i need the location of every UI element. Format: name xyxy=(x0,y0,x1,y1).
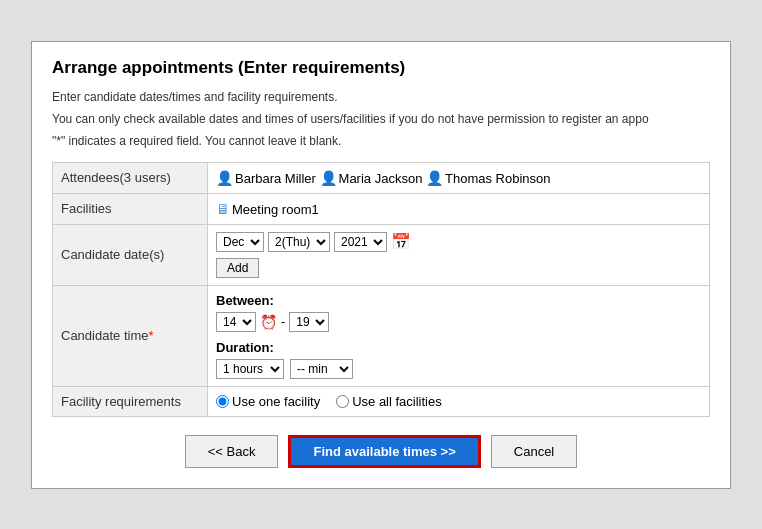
candidate-time-label-text: Candidate time xyxy=(61,328,148,343)
attendee-1-name: Barbara Miller xyxy=(235,171,316,186)
attendee-3: 👤Thomas Robinson xyxy=(426,171,551,186)
month-select[interactable]: Dec xyxy=(216,232,264,252)
duration-row: -- hours 1 hours 2 hours 3 hours -- min … xyxy=(216,359,701,379)
required-mark: * xyxy=(148,328,153,343)
radio-one[interactable] xyxy=(216,395,229,408)
facilities-label: Facilities xyxy=(53,193,208,224)
candidate-time-label: Candidate time* xyxy=(53,285,208,386)
time-start-select[interactable]: 14 15 16 17 18 19 xyxy=(216,312,256,332)
day-select[interactable]: 2(Thu) xyxy=(268,232,330,252)
between-label: Between: xyxy=(216,293,701,308)
date-row: Dec 2(Thu) 2021 📅 xyxy=(216,232,701,252)
cancel-button[interactable]: Cancel xyxy=(491,435,577,468)
candidate-date-value: Dec 2(Thu) 2021 📅 Add xyxy=(208,224,710,285)
facility-req-value: Use one facility Use all facilities xyxy=(208,386,710,416)
add-button-container: Add xyxy=(216,252,701,278)
add-date-button[interactable]: Add xyxy=(216,258,259,278)
facilities-row: Facilities 🖥Meeting room1 xyxy=(53,193,710,224)
facility-icon: 🖥 xyxy=(216,201,230,217)
time-end-select[interactable]: 19 20 21 xyxy=(289,312,329,332)
candidate-date-row: Candidate date(s) Dec 2(Thu) 2021 📅 Add xyxy=(53,224,710,285)
attendees-value: 👤Barbara Miller 👤Maria Jackson 👤Thomas R… xyxy=(208,162,710,193)
year-select[interactable]: 2021 xyxy=(334,232,387,252)
dialog-desc2: You can only check available dates and t… xyxy=(52,110,710,128)
time-row: 14 15 16 17 18 19 ⏰ - 19 20 21 xyxy=(216,312,701,332)
radio-one-text: Use one facility xyxy=(232,394,320,409)
facility-name: Meeting room1 xyxy=(232,202,319,217)
person-blue-icon-1: 👤 xyxy=(320,170,337,186)
candidate-time-value: Between: 14 15 16 17 18 19 ⏰ - 19 20 xyxy=(208,285,710,386)
radio-all-text: Use all facilities xyxy=(352,394,442,409)
find-available-times-button[interactable]: Find available times >> xyxy=(288,435,480,468)
duration-min-select[interactable]: -- min 15 min 30 min 45 min xyxy=(290,359,353,379)
attendee-3-name: Thomas Robinson xyxy=(445,171,551,186)
facilities-value: 🖥Meeting room1 xyxy=(208,193,710,224)
radio-all-label[interactable]: Use all facilities xyxy=(336,394,442,409)
attendee-2-name: Maria Jackson xyxy=(339,171,423,186)
candidate-time-row: Candidate time* Between: 14 15 16 17 18 … xyxy=(53,285,710,386)
person-blue-icon-2: 👤 xyxy=(426,170,443,186)
arrange-appointments-dialog: Arrange appointments (Enter requirements… xyxy=(31,41,731,489)
dialog-title: Arrange appointments (Enter requirements… xyxy=(52,58,710,78)
time-separator: - xyxy=(281,314,285,329)
facility-req-row: Facility requirements Use one facility U… xyxy=(53,386,710,416)
duration-label: Duration: xyxy=(216,340,701,355)
attendee-2: 👤Maria Jackson xyxy=(320,171,426,186)
radio-all[interactable] xyxy=(336,395,349,408)
back-button[interactable]: << Back xyxy=(185,435,279,468)
attendee-1: 👤Barbara Miller xyxy=(216,171,320,186)
facility-req-label: Facility requirements xyxy=(53,386,208,416)
candidate-date-label: Candidate date(s) xyxy=(53,224,208,285)
calendar-icon[interactable]: 📅 xyxy=(391,232,411,251)
facility-radio-group: Use one facility Use all facilities xyxy=(216,394,701,409)
form-table: Attendees(3 users) 👤Barbara Miller 👤Mari… xyxy=(52,162,710,417)
radio-one-label[interactable]: Use one facility xyxy=(216,394,320,409)
attendees-row: Attendees(3 users) 👤Barbara Miller 👤Mari… xyxy=(53,162,710,193)
person-green-icon: 👤 xyxy=(216,170,233,186)
dialog-desc3: "*" indicates a required field. You cann… xyxy=(52,132,710,150)
duration-hours-select[interactable]: -- hours 1 hours 2 hours 3 hours xyxy=(216,359,284,379)
clock-icon: ⏰ xyxy=(260,314,277,330)
dialog-desc1: Enter candidate dates/times and facility… xyxy=(52,88,710,106)
attendees-label: Attendees(3 users) xyxy=(53,162,208,193)
buttons-row: << Back Find available times >> Cancel xyxy=(52,435,710,468)
